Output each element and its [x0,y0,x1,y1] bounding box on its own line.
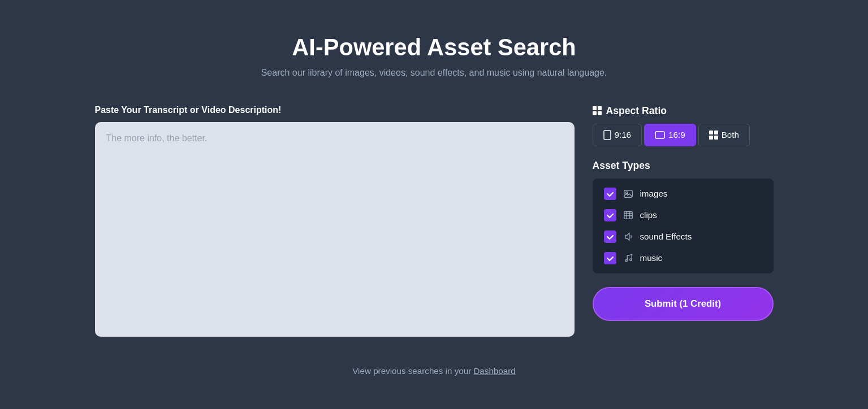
header: AI-Powered Asset Search Search our libra… [261,34,607,78]
monitor-icon [655,131,665,139]
svg-rect-1 [655,132,664,138]
textarea-label: Paste Your Transcript or Video Descripti… [95,105,575,115]
aspect-ratio-section: Aspect Ratio 9:16 16:9 [593,105,774,146]
main-content: Paste Your Transcript or Video Descripti… [95,105,774,339]
checkbox-sound-effects[interactable] [604,230,616,243]
aspect-ratio-buttons: 9:16 16:9 Both [593,124,774,146]
phone-icon [603,130,611,140]
aspect-btn-both[interactable]: Both [698,124,750,146]
page-wrapper: AI-Powered Asset Search Search our libra… [0,0,868,409]
submit-button[interactable]: Submit (1 Credit) [593,287,774,321]
checkbox-images[interactable] [604,188,616,200]
svg-rect-0 [604,130,611,140]
page-subtitle: Search our library of images, videos, so… [261,68,607,78]
aspect-btn-9-16[interactable]: 9:16 [593,124,642,146]
asset-type-clips[interactable]: clips [604,209,762,221]
image-icon [623,189,633,199]
svg-rect-4 [624,211,632,219]
svg-rect-2 [624,190,632,197]
checkmark-icon [606,190,614,198]
both-grid-icon [709,130,718,140]
sound-effects-icon [623,232,633,242]
checkmark-icon [606,254,614,262]
asset-types-section: Asset Types [593,160,774,273]
left-panel: Paste Your Transcript or Video Descripti… [95,105,575,339]
asset-label-sound-effects: sound Effects [640,232,692,241]
asset-label-clips: clips [640,210,657,220]
page-title: AI-Powered Asset Search [261,34,607,61]
music-icon [623,253,633,263]
asset-types-container: images [593,179,774,273]
footer-text: View previous searches in your [352,366,473,376]
asset-type-sound-effects[interactable]: sound Effects [604,230,762,243]
svg-marker-9 [625,233,629,240]
asset-type-images[interactable]: images [604,188,762,200]
footer: View previous searches in your Dashboard [352,366,515,376]
checkmark-icon [606,211,614,219]
clips-icon [623,210,633,220]
asset-type-music[interactable]: music [604,252,762,264]
aspect-btn-16-9[interactable]: 16:9 [644,124,696,146]
checkmark-icon [606,233,614,241]
asset-types-title: Asset Types [593,160,774,172]
asset-label-music: music [640,253,663,263]
aspect-ratio-title: Aspect Ratio [593,105,774,117]
asset-label-images: images [640,189,668,198]
svg-point-11 [629,258,632,260]
right-panel: Aspect Ratio 9:16 16:9 [593,105,774,321]
checkbox-music[interactable] [604,252,616,264]
svg-point-10 [625,259,627,262]
checkbox-clips[interactable] [604,209,616,221]
transcript-textarea[interactable] [95,122,575,337]
grid-icon [593,106,602,115]
dashboard-link[interactable]: Dashboard [473,366,515,376]
